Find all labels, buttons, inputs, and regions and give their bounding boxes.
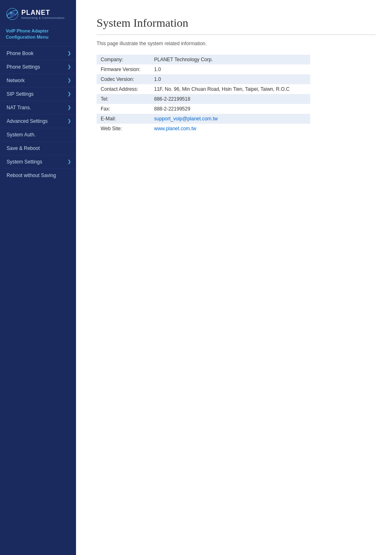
planet-logo-icon bbox=[6, 7, 19, 21]
sidebar-item-system-settings[interactable]: System Settings ❯ bbox=[0, 155, 76, 168]
sidebar-item-label: Advanced Settings bbox=[7, 118, 48, 124]
value-email: support_voip@planet.com.tw bbox=[150, 114, 310, 124]
sidebar-item-label: Network bbox=[7, 78, 25, 83]
divider bbox=[97, 35, 376, 35]
website-link[interactable]: www.planet.com.tw bbox=[154, 126, 196, 131]
arrow-icon: ❯ bbox=[67, 64, 71, 69]
sidebar-item-label: NAT Trans. bbox=[7, 105, 31, 111]
logo-sub-label: Networking & Communication bbox=[21, 16, 65, 19]
logo-planet-label: PLANET bbox=[21, 9, 65, 16]
sidebar-item-label: Phone Book bbox=[7, 51, 33, 56]
sidebar-item-label: Save & Reboot bbox=[7, 145, 40, 151]
info-table: Company: PLANET Technology Corp. Firmwar… bbox=[97, 55, 310, 134]
sidebar-item-phonesettings[interactable]: Phone Settings ❯ bbox=[0, 60, 76, 74]
value-tel: 886-2-22199518 bbox=[150, 94, 310, 104]
table-row: Web Site: www.planet.com.tw bbox=[97, 124, 310, 134]
sidebar-item-nat-trans[interactable]: NAT Trans. ❯ bbox=[0, 101, 76, 114]
table-row: Tel: 886-2-22199518 bbox=[97, 94, 310, 104]
table-row: Company: PLANET Technology Corp. bbox=[97, 55, 310, 64]
sidebar-item-label: System Settings bbox=[7, 159, 42, 165]
value-fax: 888-2-22199529 bbox=[150, 104, 310, 114]
label-fax: Fax: bbox=[97, 104, 150, 114]
arrow-icon: ❯ bbox=[67, 51, 71, 56]
sidebar-item-sip-settings[interactable]: SIP Settings ❯ bbox=[0, 87, 76, 101]
label-contact: Contact Address: bbox=[97, 84, 150, 94]
value-website: www.planet.com.tw bbox=[150, 124, 310, 134]
sidebar: PLANET Networking & Communication VoIP P… bbox=[0, 0, 76, 555]
label-website: Web Site: bbox=[97, 124, 150, 134]
table-row: Codec Version: 1.0 bbox=[97, 74, 310, 84]
sidebar-item-label: System Auth. bbox=[7, 132, 36, 138]
sidebar-item-phonebook[interactable]: Phone Book ❯ bbox=[0, 46, 76, 60]
label-company: Company: bbox=[97, 55, 150, 64]
arrow-icon: ❯ bbox=[67, 118, 71, 124]
sidebar-item-reboot-without-saving[interactable]: Reboot without Saving ❯ bbox=[0, 168, 76, 182]
label-email: E-Mail: bbox=[97, 114, 150, 124]
value-firmware: 1.0 bbox=[150, 64, 310, 74]
table-row: Contact Address: 11F, No. 96, Min Chuan … bbox=[97, 84, 310, 94]
table-row: Firmware Version: 1.0 bbox=[97, 64, 310, 74]
sidebar-item-label: Reboot without Saving bbox=[7, 173, 56, 178]
value-codec: 1.0 bbox=[150, 74, 310, 84]
main-content: System Information This page illustrate … bbox=[76, 0, 392, 555]
logo-text: PLANET Networking & Communication bbox=[21, 9, 65, 19]
sidebar-item-save-reboot[interactable]: Save & Reboot ❯ bbox=[0, 141, 76, 155]
sidebar-menu-title: VoIP Phone AdapterConfiguration Menu bbox=[0, 25, 76, 46]
sidebar-item-label: Phone Settings bbox=[7, 64, 40, 70]
arrow-icon: ❯ bbox=[67, 159, 71, 164]
page-title: System Information bbox=[97, 16, 376, 30]
sidebar-item-advanced-settings[interactable]: Advanced Settings ❯ bbox=[0, 114, 76, 128]
table-row: E-Mail: support_voip@planet.com.tw bbox=[97, 114, 310, 124]
arrow-icon: ❯ bbox=[67, 105, 71, 110]
label-tel: Tel: bbox=[97, 94, 150, 104]
label-firmware: Firmware Version: bbox=[97, 64, 150, 74]
sidebar-item-network[interactable]: Network ❯ bbox=[0, 74, 76, 87]
page-description: This page illustrate the system related … bbox=[97, 41, 376, 46]
sidebar-logo: PLANET Networking & Communication bbox=[0, 0, 76, 25]
sidebar-item-label: SIP Settings bbox=[7, 91, 34, 97]
sidebar-item-system-auth[interactable]: System Auth. ❯ bbox=[0, 128, 76, 141]
email-link[interactable]: support_voip@planet.com.tw bbox=[154, 116, 218, 122]
value-company: PLANET Technology Corp. bbox=[150, 55, 310, 64]
arrow-icon: ❯ bbox=[67, 78, 71, 83]
value-contact: 11F, No. 96, Min Chuan Road, Hsin Tien, … bbox=[150, 84, 310, 94]
table-row: Fax: 888-2-22199529 bbox=[97, 104, 310, 114]
svg-point-3 bbox=[10, 12, 12, 14]
arrow-icon: ❯ bbox=[67, 91, 71, 97]
label-codec: Codec Version: bbox=[97, 74, 150, 84]
